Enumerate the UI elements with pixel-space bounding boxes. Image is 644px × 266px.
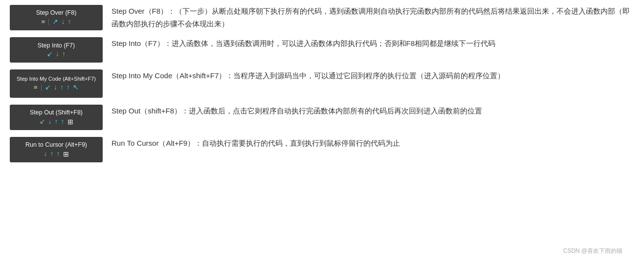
run-to-cursor-icons: ↓ ↑ ↑ ⊞ xyxy=(44,150,69,158)
step-into-label: Step Into (F7) xyxy=(38,42,75,49)
step-into-icons: ↙ ↓ ↑ xyxy=(47,51,66,58)
icon-step: ↗ xyxy=(52,19,58,25)
icon-run2: ↑ xyxy=(50,151,54,157)
step-out-text: Step Out（shift+F8）：进入函数后，点击它则程序自动执行完函数体内… xyxy=(111,107,482,115)
icon-into2: ↙ xyxy=(45,84,51,91)
icon-up3: ↑ xyxy=(60,84,64,91)
icon-grid2: ⊞ xyxy=(63,150,69,158)
step-into-description: Step Into（F7）：进入函数体，当遇到函数调用时，可以进入函数体内部执行… xyxy=(111,37,634,50)
step-over-row: Step Over (F8) ≡ ↗ ↓ ↑ Step Over（F8）：（下一… xyxy=(10,5,634,30)
icon-menu: ≡ xyxy=(42,18,45,26)
step-over-icons: ≡ ↗ ↓ ↑ xyxy=(42,18,71,26)
step-out-button[interactable]: Step Out (Shift+F8) ↙ ↓ ↑ ↑ ⊞ xyxy=(10,105,103,130)
icon-down2: ↓ xyxy=(56,51,59,58)
icon-down: ↓ xyxy=(61,19,65,25)
watermark: CSDN @喜欢下雨的猫 xyxy=(563,247,622,255)
step-into-my-code-label: Step Into My Code (Alt+Shift+F7) xyxy=(17,76,96,82)
step-out-description: Step Out（shift+F8）：进入函数后，点击它则程序自动执行完函数体内… xyxy=(111,105,634,117)
run-to-cursor-row: Run to Cursor (Alt+F9) ↓ ↑ ↑ ⊞ Run To Cu… xyxy=(10,137,634,162)
step-into-row: Step Into (F7) ↙ ↓ ↑ Step Into（F7）：进入函数体… xyxy=(10,37,634,63)
step-over-text: Step Over（F8）：（下一步）从断点处顺序朝下执行所有的代码，遇到函数调… xyxy=(111,7,630,28)
icon-up: ↑ xyxy=(67,19,71,25)
icon-out1: ↙ xyxy=(40,118,45,125)
divider xyxy=(48,19,49,25)
step-out-row: Step Out (Shift+F8) ↙ ↓ ↑ ↑ ⊞ Step Out（s… xyxy=(10,105,634,130)
step-over-description: Step Over（F8）：（下一步）从断点处顺序朝下执行所有的代码，遇到函数调… xyxy=(111,5,634,30)
step-out-label: Step Out (Shift+F8) xyxy=(30,109,83,116)
icon-down3: ↓ xyxy=(54,84,57,91)
icon-menu2: ≡ xyxy=(34,84,38,91)
icon-up2: ↑ xyxy=(62,51,66,58)
icon-out3: ↑ xyxy=(55,118,58,125)
step-over-label: Step Over (F8) xyxy=(36,9,77,16)
step-into-my-code-description: Step Into My Code（Alt+shift+F7）：当程序进入到源码… xyxy=(111,69,634,82)
run-to-cursor-description: Run To Cursor（Alt+F9）：自动执行需要执行的代码，直到执行到鼠… xyxy=(111,137,634,150)
step-out-icons: ↙ ↓ ↑ ↑ ⊞ xyxy=(40,118,73,126)
icon-into: ↙ xyxy=(47,51,53,58)
step-into-my-code-icons: ≡ ↙ ↓ ↑ ↑ ↖ xyxy=(34,84,79,91)
icon-nw: ↖ xyxy=(73,84,79,91)
step-into-text: Step Into（F7）：进入函数体，当遇到函数调用时，可以进入函数体内部执行… xyxy=(111,39,495,47)
icon-grid: ⊞ xyxy=(67,118,73,126)
icon-out4: ↑ xyxy=(61,118,65,125)
step-into-my-code-text: Step Into My Code（Alt+shift+F7）：当程序进入到源码… xyxy=(111,71,505,80)
divider2 xyxy=(41,84,42,91)
icon-out2: ↓ xyxy=(48,118,52,125)
run-to-cursor-button[interactable]: Run to Cursor (Alt+F9) ↓ ↑ ↑ ⊞ xyxy=(10,137,103,162)
step-into-my-code-row: Step Into My Code (Alt+Shift+F7) ≡ ↙ ↓ ↑… xyxy=(10,69,634,98)
run-to-cursor-label: Run to Cursor (Alt+F9) xyxy=(25,141,87,148)
icon-up4: ↑ xyxy=(67,84,70,91)
icon-run1: ↓ xyxy=(44,151,47,157)
icon-run3: ↑ xyxy=(57,151,60,157)
run-to-cursor-text: Run To Cursor（Alt+F9）：自动执行需要执行的代码，直到执行到鼠… xyxy=(111,139,400,147)
step-into-button[interactable]: Step Into (F7) ↙ ↓ ↑ xyxy=(10,37,103,63)
step-into-my-code-button[interactable]: Step Into My Code (Alt+Shift+F7) ≡ ↙ ↓ ↑… xyxy=(10,69,103,98)
step-over-button[interactable]: Step Over (F8) ≡ ↗ ↓ ↑ xyxy=(10,5,103,30)
